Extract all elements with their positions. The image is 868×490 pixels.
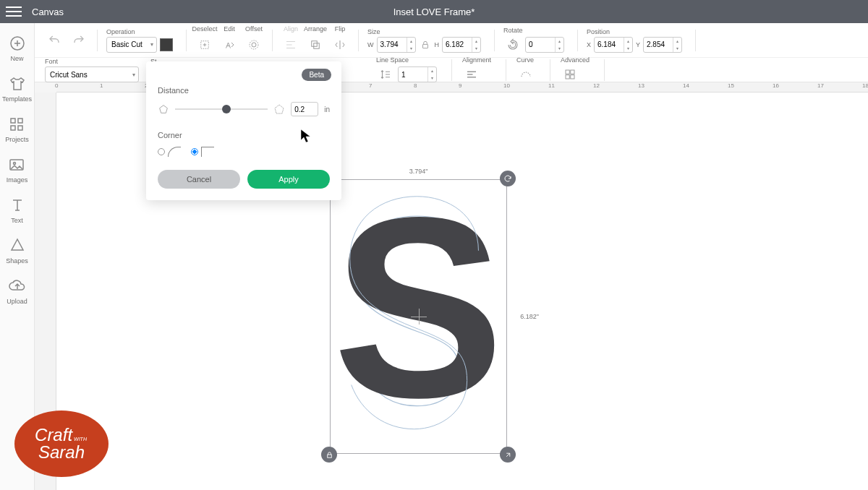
- beta-badge: Beta: [302, 69, 331, 81]
- offset-popover: Beta Distance in Corner Cancel Apply: [146, 61, 341, 200]
- edit-button[interactable]: Edit: [220, 35, 239, 54]
- corner-square-option[interactable]: [191, 147, 214, 157]
- watermark-logo: CraftWITH Sarah: [14, 411, 109, 483]
- separator: [272, 30, 273, 51]
- svg-rect-11: [312, 40, 318, 46]
- deselect-label: Deselect: [192, 25, 218, 33]
- offset-label: Offset: [245, 25, 263, 33]
- svg-marker-20: [160, 106, 168, 113]
- selection-box[interactable]: 3.794" 6.182" S: [330, 179, 507, 454]
- operation-dropdown[interactable]: Basic Cut: [106, 37, 157, 53]
- distance-slider[interactable]: [175, 105, 268, 113]
- rotate-stepper[interactable]: ▴▾: [555, 38, 563, 52]
- y-label: Y: [636, 41, 640, 48]
- lock-aspect-icon[interactable]: [419, 40, 432, 50]
- deselect-button[interactable]: Deselect: [195, 35, 214, 54]
- align-label: Align: [284, 25, 298, 33]
- cancel-button[interactable]: Cancel: [158, 170, 240, 189]
- rail-shapes[interactable]: Shapes: [6, 237, 28, 265]
- svg-marker-21: [275, 105, 284, 113]
- text-icon: [9, 197, 26, 214]
- rail-projects-label: Projects: [5, 136, 29, 143]
- image-icon: [8, 156, 25, 173]
- height-input[interactable]: [443, 40, 472, 48]
- height-stepper[interactable]: ▴▾: [472, 38, 480, 52]
- svg-rect-13: [422, 44, 427, 48]
- advanced-button[interactable]: [561, 65, 579, 84]
- linespace-stepper[interactable]: ▴▾: [427, 67, 436, 82]
- distance-unit: in: [324, 106, 330, 113]
- rail-upload-label: Upload: [7, 298, 27, 305]
- undo-button[interactable]: [45, 31, 64, 50]
- position-group: Position X▴▾ Y▴▾: [587, 28, 682, 53]
- rotate-handle[interactable]: [500, 171, 516, 186]
- menu-icon[interactable]: [6, 7, 22, 17]
- svg-point-6: [14, 163, 16, 165]
- distance-input[interactable]: [291, 102, 318, 116]
- svg-rect-4: [18, 126, 22, 130]
- document-title[interactable]: Inset LOVE Frame*: [393, 7, 475, 17]
- separator: [186, 30, 187, 51]
- width-input[interactable]: [378, 40, 407, 48]
- rail-images[interactable]: Images: [7, 156, 28, 184]
- corner-round-option[interactable]: [158, 147, 181, 157]
- rotate-icon[interactable]: [503, 35, 522, 54]
- alignment-button[interactable]: [462, 65, 481, 84]
- linespace-group: Line Space ▴▾: [376, 56, 437, 84]
- svg-rect-2: [18, 119, 22, 123]
- svg-rect-14: [566, 70, 569, 74]
- flip-button[interactable]: Flip: [331, 35, 349, 54]
- width-field[interactable]: W▴▾: [367, 37, 416, 53]
- linespace-icon: [376, 65, 395, 84]
- svg-point-9: [252, 43, 256, 47]
- alignment-label: Alignment: [462, 56, 491, 64]
- x-input[interactable]: [595, 40, 624, 48]
- y-stepper[interactable]: ▴▾: [673, 38, 681, 52]
- apply-button[interactable]: Apply: [247, 170, 330, 189]
- rail-new[interactable]: New: [9, 35, 26, 62]
- edit-label: Edit: [224, 25, 235, 33]
- separator: [695, 30, 696, 51]
- curve-button[interactable]: [516, 65, 535, 84]
- shirt-icon: [9, 75, 26, 93]
- x-stepper[interactable]: ▴▾: [624, 38, 632, 52]
- rail-images-label: Images: [7, 176, 28, 184]
- rail-text-label: Text: [11, 217, 23, 224]
- svg-rect-19: [327, 455, 331, 457]
- arrange-button[interactable]: Arrange: [306, 35, 325, 54]
- grid-icon: [8, 116, 25, 133]
- y-input[interactable]: [644, 40, 673, 48]
- svg-rect-3: [11, 126, 15, 130]
- round-corner-icon: [168, 147, 181, 157]
- rail-shapes-label: Shapes: [6, 257, 28, 265]
- arrange-label: Arrange: [304, 25, 327, 33]
- rail-text[interactable]: Text: [9, 197, 26, 224]
- offset-button[interactable]: Offset: [244, 35, 263, 54]
- rotate-input[interactable]: [526, 40, 555, 48]
- x-label: X: [587, 41, 591, 48]
- width-readout: 3.794": [409, 168, 428, 175]
- rotate-label: Rotate: [503, 27, 564, 34]
- width-stepper[interactable]: ▴▾: [407, 38, 415, 52]
- pentagon-large-icon: [273, 103, 285, 115]
- curve-group: Curve: [516, 56, 535, 84]
- rail-upload[interactable]: Upload: [7, 278, 27, 305]
- color-swatch[interactable]: [160, 38, 173, 51]
- linespace-input[interactable]: [399, 71, 427, 79]
- square-corner-icon: [201, 147, 214, 157]
- rail-projects[interactable]: Projects: [5, 116, 29, 143]
- height-field[interactable]: H▴▾: [435, 37, 482, 53]
- lock-handle[interactable]: [321, 447, 337, 463]
- distance-label: Distance: [158, 86, 330, 95]
- y-field[interactable]: Y▴▾: [636, 37, 682, 53]
- redo-button[interactable]: [69, 31, 88, 50]
- rail-templates[interactable]: Templates: [2, 75, 32, 103]
- logo-line2: Sarah: [38, 442, 85, 462]
- resize-handle[interactable]: [500, 447, 516, 463]
- x-field[interactable]: X▴▾: [587, 37, 633, 53]
- font-dropdown[interactable]: Cricut Sans: [45, 66, 139, 82]
- operation-group: Operation Basic Cut: [106, 28, 173, 53]
- svg-rect-1: [11, 119, 15, 123]
- logo-line1: Craft: [35, 425, 72, 444]
- align-button[interactable]: Align: [281, 35, 300, 54]
